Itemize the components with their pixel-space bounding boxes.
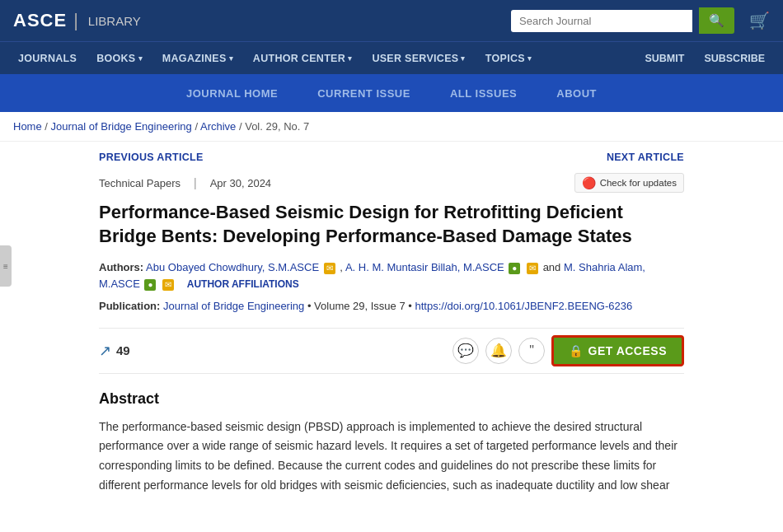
article-date: Apr 30, 2024 [210, 177, 271, 189]
quote-button[interactable]: " [518, 338, 545, 364]
nav-subscribe[interactable]: SUBSCRIBE [694, 42, 775, 75]
subnav-about[interactable]: ABOUT [553, 87, 600, 100]
check-updates-icon: 🔴 [582, 176, 596, 189]
publication-link[interactable]: Journal of Bridge Engineering [163, 300, 304, 312]
get-access-button[interactable]: 🔒 GET ACCESS [551, 335, 684, 366]
breadcrumb-issue: Vol. 29, No. 7 [245, 120, 309, 133]
check-updates-button[interactable]: 🔴 Check for updates [574, 173, 684, 193]
metrics-left: ↗ 49 [99, 342, 130, 360]
nav-topics[interactable]: TOPICS ▾ [476, 42, 542, 75]
logo-area: ASCE | LIBRARY [13, 10, 141, 31]
author-3-orcid-icon: ● [144, 279, 156, 291]
breadcrumb-archive[interactable]: Archive [200, 120, 236, 133]
article-meta-left: Technical Papers | Apr 30, 2024 [99, 176, 271, 189]
main-nav-right: SUBMIT SUBSCRIBE [635, 42, 775, 75]
check-updates-label: Check for updates [600, 178, 677, 188]
logo-pipe: | [73, 10, 78, 31]
trend-icon: ↗ [99, 342, 111, 360]
article-content: Technical Papers | Apr 30, 2024 🔴 Check … [0, 173, 783, 512]
pub-bullet-1: • [307, 300, 314, 312]
breadcrumb-journal[interactable]: Journal of Bridge Engineering [51, 120, 192, 133]
author-center-chevron: ▾ [348, 54, 352, 63]
nav-journals[interactable]: JOURNALS [8, 42, 87, 75]
publication-line: Publication: Journal of Bridge Engineeri… [99, 298, 684, 315]
breadcrumb-sep1: / [45, 120, 50, 133]
nav-books[interactable]: BOOKS ▾ [87, 42, 152, 75]
topics-chevron: ▾ [527, 54, 532, 63]
article-type: Technical Papers [99, 177, 181, 189]
previous-article-link[interactable]: PREVIOUS ARTICLE [99, 152, 204, 163]
next-article-link[interactable]: NEXT ARTICLE [607, 152, 684, 163]
alert-button[interactable]: 🔔 [485, 338, 512, 364]
author-1-email-icon: ✉ [324, 263, 335, 274]
nav-submit[interactable]: SUBMIT [635, 42, 694, 75]
get-access-label: GET ACCESS [588, 344, 668, 357]
author-2-link[interactable]: A. H. M. Muntasir Billah, M.ASCE [345, 261, 504, 273]
subnav-all-issues[interactable]: ALL ISSUES [447, 87, 520, 100]
article-meta: Technical Papers | Apr 30, 2024 🔴 Check … [99, 173, 684, 193]
main-navigation: JOURNALS BOOKS ▾ MAGAZINES ▾ AUTHOR CENT… [0, 41, 783, 74]
subnav-current-issue[interactable]: CURRENT ISSUE [314, 87, 414, 100]
lock-icon: 🔒 [569, 344, 584, 357]
meta-divider: | [194, 176, 197, 189]
sidebar-handle[interactable]: ≡ [0, 245, 12, 287]
library-text: LIBRARY [88, 14, 141, 28]
main-nav-left: JOURNALS BOOKS ▾ MAGAZINES ▾ AUTHOR CENT… [8, 42, 542, 75]
article-navigation: PREVIOUS ARTICLE NEXT ARTICLE [0, 142, 783, 173]
nav-magazines[interactable]: MAGAZINES ▾ [152, 42, 243, 75]
cite-button[interactable]: 💬 [452, 338, 479, 364]
books-chevron: ▾ [138, 54, 143, 63]
affiliations-link[interactable]: AUTHOR AFFILIATIONS [187, 278, 299, 290]
metrics-right: 💬 🔔 " 🔒 GET ACCESS [452, 335, 684, 366]
user-services-chevron: ▾ [461, 54, 465, 63]
author-1-link[interactable]: Abu Obayed Chowdhury, S.M.ASCE [146, 261, 319, 273]
authors-line: Authors: Abu Obayed Chowdhury, S.M.ASCE … [99, 259, 684, 292]
search-input[interactable] [511, 10, 692, 32]
author-2-email-icon: ✉ [527, 263, 538, 274]
search-area: 🔍 🛒 [511, 7, 770, 34]
asce-logo: ASCE [13, 10, 67, 31]
publication-label: Publication: [99, 300, 160, 312]
abstract-title: Abstract [99, 390, 684, 408]
authors-label: Authors: [99, 261, 143, 273]
author-3-email-icon: ✉ [162, 279, 174, 291]
nav-author-center[interactable]: AUTHOR CENTER ▾ [243, 42, 363, 75]
abstract-text: The performance-based seismic design (PB… [99, 418, 684, 496]
author-and: and [543, 261, 561, 273]
metric-count: 49 [116, 343, 130, 357]
nav-user-services[interactable]: USER SERVICES ▾ [362, 42, 475, 75]
abstract-section: Abstract The performance-based seismic d… [99, 390, 684, 512]
metrics-bar: ↗ 49 💬 🔔 " 🔒 GET ACCESS [99, 328, 684, 374]
doi-link[interactable]: https://doi.org/10.1061/JBENF2.BEENG-623… [415, 300, 632, 312]
article-title: Performance-Based Seismic Design for Ret… [99, 201, 684, 248]
author-2-orcid-icon: ● [509, 263, 520, 274]
cart-icon[interactable]: 🛒 [749, 11, 770, 30]
sub-navigation: JOURNAL HOME CURRENT ISSUE ALL ISSUES AB… [0, 74, 783, 112]
magazines-chevron: ▾ [229, 54, 233, 63]
top-navigation: ASCE | LIBRARY 🔍 🛒 [0, 0, 783, 41]
breadcrumb: Home / Journal of Bridge Engineering / A… [0, 112, 783, 142]
breadcrumb-home[interactable]: Home [13, 120, 42, 133]
publication-volume: Volume 29, Issue 7 [314, 300, 406, 312]
subnav-journal-home[interactable]: JOURNAL HOME [183, 87, 281, 100]
search-button[interactable]: 🔍 [699, 7, 734, 34]
